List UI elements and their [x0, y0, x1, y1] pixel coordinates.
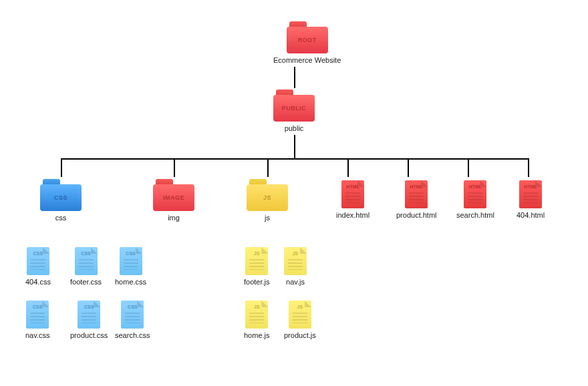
js-file-node: JS footer.js: [244, 247, 270, 286]
file-icon: HTML: [341, 180, 364, 208]
js-file-label: product.js: [284, 331, 316, 339]
folder-badge: ROOT: [298, 37, 317, 43]
css-file-node: CSS search.css: [115, 301, 150, 339]
file-icon: HTML: [405, 180, 428, 208]
folder-badge: JS: [263, 194, 271, 201]
file-icon: JS: [245, 247, 268, 275]
file-icon: CSS: [78, 301, 100, 329]
css-file-node: CSS 404.css: [25, 247, 51, 286]
file-icon: CSS: [121, 301, 144, 329]
file-icon: JS: [284, 247, 307, 275]
public-folder-node: PUBLIC public: [273, 89, 315, 132]
css-file-label: search.css: [115, 331, 150, 339]
html-file-node: HTML search.html: [456, 180, 494, 219]
js-file-node: JS product.js: [284, 301, 316, 339]
js-folder-label: js: [265, 214, 270, 222]
root-folder-node: ROOT Ecommerce Website: [273, 21, 341, 64]
folder-icon: JS: [247, 179, 288, 211]
css-file-label: product.css: [70, 331, 108, 339]
file-icon: CSS: [27, 247, 49, 275]
html-file-node: HTML index.html: [336, 180, 370, 219]
css-file-label: 404.css: [25, 278, 51, 286]
css-file-node: CSS nav.css: [25, 301, 49, 339]
folder-icon: IMAGE: [153, 179, 194, 211]
img-folder-node: IMAGE img: [153, 179, 194, 222]
html-file-label: 404.html: [517, 211, 545, 219]
js-file-label: nav.js: [286, 278, 305, 286]
css-folder-node: CSS css: [40, 179, 82, 222]
js-file-node: JS nav.js: [284, 247, 307, 286]
folder-badge: CSS: [54, 194, 67, 201]
html-file-node: HTML 404.html: [517, 180, 545, 219]
html-file-label: search.html: [456, 211, 494, 219]
css-file-label: nav.css: [25, 331, 49, 339]
js-file-label: footer.js: [244, 278, 270, 286]
folder-badge: IMAGE: [163, 194, 184, 201]
html-file-label: product.html: [396, 211, 437, 219]
css-file-label: home.css: [115, 278, 146, 286]
js-file-label: home.js: [244, 331, 270, 339]
file-icon: JS: [289, 301, 311, 329]
css-file-node: CSS product.css: [70, 301, 108, 339]
file-icon: CSS: [120, 247, 142, 275]
css-file-label: footer.css: [70, 278, 102, 286]
file-icon: HTML: [519, 180, 542, 208]
css-file-node: CSS footer.css: [70, 247, 102, 286]
file-icon: CSS: [75, 247, 98, 275]
folder-badge: PUBLIC: [282, 105, 307, 112]
js-folder-node: JS js: [247, 179, 288, 222]
folder-icon: ROOT: [287, 21, 328, 53]
html-file-label: index.html: [336, 211, 370, 219]
img-folder-label: img: [168, 214, 180, 222]
file-icon: CSS: [26, 301, 49, 329]
folder-icon: CSS: [40, 179, 82, 211]
file-icon: HTML: [464, 180, 486, 208]
public-folder-label: public: [285, 124, 304, 132]
css-folder-label: css: [55, 214, 67, 222]
folder-icon: PUBLIC: [273, 89, 315, 122]
root-folder-label: Ecommerce Website: [273, 56, 341, 64]
html-file-node: HTML product.html: [396, 180, 437, 219]
js-file-node: JS home.js: [244, 301, 270, 339]
css-file-node: CSS home.css: [115, 247, 146, 286]
file-icon: JS: [245, 301, 268, 329]
